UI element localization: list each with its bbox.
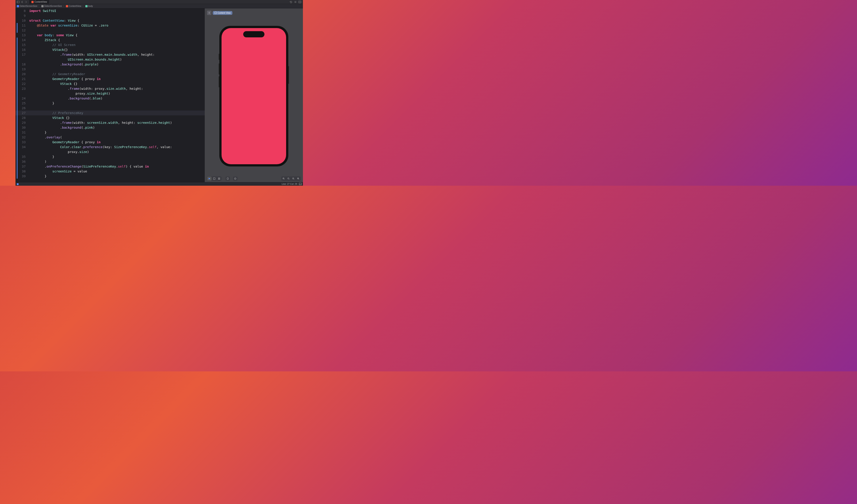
code-line[interactable]: 38 screenSize = value bbox=[16, 169, 205, 174]
chevron-right-icon: 〉 bbox=[38, 5, 40, 8]
code-line[interactable]: 8import SwiftUI bbox=[16, 9, 205, 13]
code-content: .onPreferenceChange(SizePreferenceKey.se… bbox=[28, 164, 205, 169]
line-number: 17 bbox=[16, 52, 28, 57]
xcode-window: ContentView DetectScreenSize 〉 DetectScr… bbox=[16, 0, 303, 186]
navigator-toggle-icon[interactable] bbox=[16, 0, 20, 4]
live-preview-button[interactable] bbox=[207, 177, 212, 181]
code-line[interactable]: 33 GeometryReader { proxy in bbox=[16, 140, 205, 145]
line-number: 12 bbox=[16, 28, 28, 33]
zoom-in-button[interactable] bbox=[296, 177, 301, 181]
code-line[interactable]: 12 bbox=[16, 28, 205, 33]
code-line[interactable]: 29 .frame(width: screenSize.width, heigh… bbox=[16, 120, 205, 125]
zoom-actual-button[interactable] bbox=[286, 177, 291, 181]
code-line[interactable]: 35 } bbox=[16, 154, 205, 159]
code-line[interactable]: 13 var body: some View { bbox=[16, 33, 205, 37]
device-frame[interactable] bbox=[219, 26, 288, 166]
code-content: } bbox=[28, 174, 205, 179]
code-line[interactable]: 32 .overlay( bbox=[16, 135, 205, 140]
refresh-icon[interactable] bbox=[289, 0, 293, 4]
code-line[interactable]: 37 .onPreferenceChange(SizePreferenceKey… bbox=[16, 164, 205, 169]
code-content: VStack{} bbox=[28, 47, 205, 52]
change-bar bbox=[17, 159, 17, 164]
code-line[interactable]: 9 bbox=[16, 13, 205, 18]
change-bar bbox=[17, 43, 17, 47]
code-line[interactable]: 19 bbox=[16, 67, 205, 72]
svg-line-26 bbox=[299, 179, 299, 180]
add-editor-icon[interactable] bbox=[298, 0, 302, 4]
line-number: 24 bbox=[16, 96, 28, 101]
code-line[interactable]: 10struct ContentView: View { bbox=[16, 18, 205, 23]
line-number: 14 bbox=[16, 37, 28, 43]
line-number: 20 bbox=[16, 72, 28, 77]
code-line[interactable]: 39 } bbox=[16, 174, 205, 179]
change-bar bbox=[17, 57, 17, 62]
code-line[interactable]: 15 // UI Screen bbox=[16, 43, 205, 47]
code-line[interactable]: 30 .background(.pink) bbox=[16, 125, 205, 130]
change-bar bbox=[17, 130, 17, 135]
line-number: 9 bbox=[16, 13, 28, 18]
change-bar bbox=[17, 28, 17, 33]
debug-area-toggle-icon[interactable] bbox=[299, 183, 302, 185]
code-content: .frame(width: proxy.size.width, height: bbox=[28, 86, 205, 91]
line-number: 31 bbox=[16, 130, 28, 135]
code-line[interactable]: 28 VStack {} bbox=[16, 115, 205, 120]
code-line[interactable]: 21 GeometryReader { proxy in bbox=[16, 77, 205, 81]
preview-issues-button[interactable] bbox=[233, 177, 237, 181]
preview-mode-group bbox=[207, 177, 221, 181]
code-line[interactable]: UIScreen.main.bounds.height) bbox=[16, 57, 205, 62]
device-settings-button[interactable] bbox=[225, 177, 230, 181]
code-content: .overlay( bbox=[28, 135, 205, 140]
back-icon[interactable] bbox=[20, 0, 24, 4]
code-line[interactable]: proxy.size) bbox=[16, 149, 205, 154]
change-bar bbox=[17, 23, 17, 28]
code-editor[interactable]: 8import SwiftUI910struct ContentView: Vi… bbox=[16, 9, 205, 182]
change-bar bbox=[17, 174, 17, 179]
svg-line-23 bbox=[294, 179, 295, 180]
code-line[interactable]: 20 // GeometryReader bbox=[16, 72, 205, 77]
line-number bbox=[16, 57, 28, 62]
code-line[interactable]: 22 VStack {} bbox=[16, 81, 205, 86]
breadcrumb-file[interactable]: ContentView bbox=[66, 5, 81, 7]
code-line[interactable]: 26 bbox=[16, 106, 205, 111]
breadcrumb-folder[interactable]: DetectScreenSize bbox=[41, 5, 62, 7]
code-line[interactable]: 27 // PreferenceKey bbox=[16, 111, 205, 115]
tab-contentview[interactable]: ContentView bbox=[29, 0, 50, 4]
code-line[interactable]: 34 Color.clear.preference(key: SizePrefe… bbox=[16, 145, 205, 149]
svg-line-18 bbox=[284, 179, 285, 180]
code-line[interactable]: proxy.size.height) bbox=[16, 91, 205, 96]
variants-preview-button[interactable] bbox=[217, 177, 221, 181]
code-line[interactable]: 17 .frame(width: UIScreen.main.bounds.wi… bbox=[16, 52, 205, 57]
selectable-preview-button[interactable] bbox=[212, 177, 217, 181]
line-number bbox=[16, 149, 28, 154]
change-bar bbox=[17, 125, 17, 130]
status-indicator-icon[interactable] bbox=[17, 183, 19, 185]
code-content: } bbox=[28, 154, 205, 159]
code-line[interactable]: 16 VStack{} bbox=[16, 47, 205, 52]
adjust-editor-icon[interactable] bbox=[293, 0, 297, 4]
code-content: VStack {} bbox=[28, 81, 205, 86]
breadcrumb-app[interactable]: DetectScreenSize bbox=[17, 5, 37, 7]
code-line[interactable]: 18 .background(.purple) bbox=[16, 62, 205, 67]
forward-icon[interactable] bbox=[24, 0, 28, 4]
line-number: 33 bbox=[16, 140, 28, 145]
code-line[interactable]: 31 } bbox=[16, 130, 205, 135]
phone-volume-up bbox=[219, 64, 219, 74]
code-content: .frame(width: screenSize.width, height: … bbox=[28, 120, 205, 125]
breadcrumb-property[interactable]: body bbox=[85, 5, 93, 7]
pin-preview-button[interactable] bbox=[207, 11, 212, 15]
code-line[interactable]: 14 ZStack { bbox=[16, 37, 205, 43]
code-line[interactable]: 11 @State var screenSize: CGSize = .zero bbox=[16, 23, 205, 28]
content-view-chip[interactable]: Content View bbox=[213, 11, 232, 15]
svg-line-21 bbox=[289, 179, 290, 180]
zoom-fit-button[interactable]: 1 bbox=[291, 177, 296, 181]
code-line[interactable]: 25 } bbox=[16, 101, 205, 106]
zoom-out-button[interactable] bbox=[282, 177, 286, 181]
code-line[interactable]: 36 ) bbox=[16, 159, 205, 164]
code-content: Color.clear.preference(key: SizePreferen… bbox=[28, 145, 205, 149]
code-line[interactable]: 24 .background(.blue) bbox=[16, 96, 205, 101]
line-number: 26 bbox=[16, 106, 28, 111]
breadcrumb-property-label: body bbox=[88, 5, 93, 7]
swift-icon bbox=[66, 5, 68, 7]
code-line[interactable]: 23 .frame(width: proxy.size.width, heigh… bbox=[16, 86, 205, 91]
zoom-group: 1 bbox=[281, 177, 301, 181]
